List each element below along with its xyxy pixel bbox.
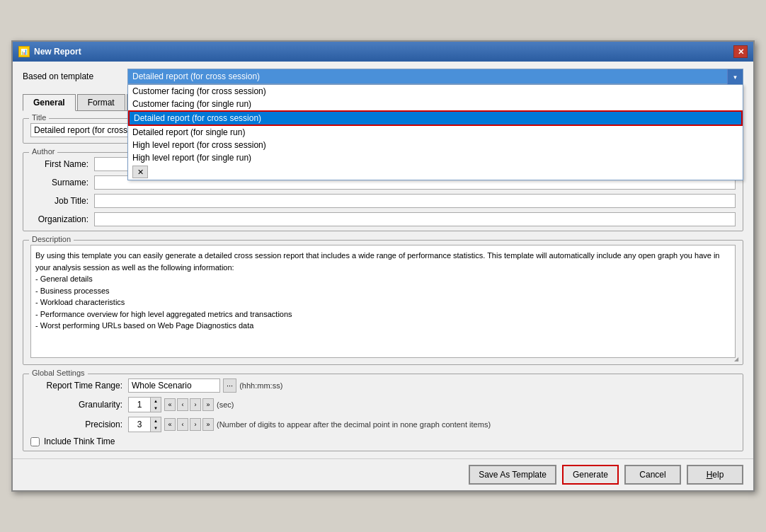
- template-row: Based on template Detailed report (for c…: [23, 69, 743, 84]
- precision-spinner: ▲ ▼: [128, 417, 161, 432]
- global-settings-label: Global Settings: [29, 369, 88, 377]
- dropdown-clear-btn[interactable]: ✕: [132, 166, 148, 178]
- report-time-range-label: Report Time Range:: [30, 381, 122, 391]
- precision-up[interactable]: ▲: [151, 417, 161, 424]
- close-button[interactable]: ✕: [733, 45, 748, 58]
- global-settings-section: Global Settings Report Time Range: ··· (…: [23, 374, 743, 451]
- title-section-label: Title: [29, 113, 49, 122]
- generate-button[interactable]: Generate: [562, 465, 619, 485]
- report-time-range-input[interactable]: [128, 378, 220, 393]
- include-think-time-row: Include Think Time: [30, 436, 736, 446]
- organization-row: Organization:: [30, 212, 736, 226]
- resize-handle: ◢: [734, 356, 741, 363]
- granularity-row: Granularity: ▲ ▼ « ‹ ›: [30, 397, 736, 412]
- dropdown-item-5[interactable]: High level report (for single run): [128, 151, 743, 164]
- granularity-next[interactable]: ›: [190, 398, 201, 411]
- new-report-dialog: 📊 New Report ✕ Based on template Detaile…: [11, 40, 755, 492]
- global-settings-content: Report Time Range: ··· (hhh:mm:ss) Granu…: [30, 378, 736, 446]
- job-title-input[interactable]: [94, 194, 736, 208]
- dropdown-item-1[interactable]: Customer facing (for single run): [128, 98, 743, 110]
- report-time-range-browse[interactable]: ···: [223, 378, 236, 393]
- precision-input[interactable]: [129, 417, 150, 432]
- template-dropdown-arrow[interactable]: ▼: [727, 69, 743, 85]
- granularity-prev[interactable]: ‹: [177, 398, 188, 411]
- template-select-container: Detailed report (for cross session) ▼ Cu…: [127, 69, 743, 84]
- precision-note: (Number of digits to appear after the de…: [217, 420, 491, 429]
- description-textarea[interactable]: By using this template you can easily ge…: [30, 245, 736, 358]
- granularity-note: (sec): [217, 400, 234, 409]
- title-bar: 📊 New Report ✕: [13, 42, 753, 62]
- granularity-down[interactable]: ▼: [151, 405, 161, 412]
- dialog-body: Based on template Detailed report (for c…: [13, 62, 753, 458]
- dropdown-item-4[interactable]: High level report (for cross session): [128, 139, 743, 151]
- granularity-next-next[interactable]: »: [202, 398, 214, 411]
- dropdown-item-2[interactable]: Detailed report (for cross session): [128, 110, 743, 126]
- template-selected-value: Detailed report (for cross session): [132, 71, 738, 81]
- precision-down[interactable]: ▼: [151, 424, 161, 432]
- granularity-spinner: ▲ ▼: [128, 397, 161, 412]
- precision-row: Precision: ▲ ▼ « ‹ ›: [30, 417, 736, 432]
- save-as-template-button[interactable]: Save As Template: [469, 465, 556, 485]
- template-label: Based on template: [23, 71, 122, 81]
- precision-nav-btns: « ‹ › »: [164, 418, 214, 431]
- job-title-label: Job Title:: [30, 196, 94, 206]
- granularity-up[interactable]: ▲: [151, 398, 161, 405]
- precision-next-next[interactable]: »: [202, 418, 214, 431]
- granularity-nav-btns: « ‹ › »: [164, 398, 214, 411]
- description-section: Description By using this template you c…: [23, 240, 743, 365]
- organization-input[interactable]: [94, 212, 736, 226]
- title-bar-left: 📊 New Report: [18, 46, 81, 57]
- organization-label: Organization:: [30, 214, 94, 224]
- granularity-prev-prev[interactable]: «: [164, 398, 176, 411]
- first-name-label: First Name:: [30, 159, 94, 169]
- tab-format[interactable]: Format: [77, 94, 125, 110]
- include-think-time-checkbox[interactable]: [30, 437, 40, 446]
- template-dropdown-menu: Customer facing (for cross session) Cust…: [127, 84, 743, 180]
- surname-label: Surname:: [30, 178, 94, 187]
- dropdown-item-3[interactable]: Detailed report (for single run): [128, 126, 743, 139]
- precision-label: Precision:: [30, 420, 122, 429]
- dialog-title: New Report: [34, 47, 81, 57]
- precision-prev-prev[interactable]: «: [164, 418, 176, 431]
- cancel-button[interactable]: Cancel: [624, 465, 681, 485]
- granularity-input[interactable]: [129, 398, 150, 412]
- dialog-icon: 📊: [18, 46, 30, 57]
- include-think-time-label: Include Think Time: [44, 436, 115, 446]
- granularity-label: Granularity:: [30, 400, 122, 410]
- description-label: Description: [29, 235, 74, 243]
- precision-prev[interactable]: ‹: [177, 418, 188, 431]
- job-title-row: Job Title:: [30, 194, 736, 208]
- author-section-label: Author: [29, 147, 57, 156]
- report-time-range-row: Report Time Range: ··· (hhh:mm:ss): [30, 378, 736, 393]
- precision-next[interactable]: ›: [190, 418, 201, 431]
- report-time-range-note: (hhh:mm:ss): [239, 381, 282, 390]
- help-button[interactable]: Help: [687, 465, 743, 485]
- dialog-footer: Save As Template Generate Cancel Help: [13, 458, 753, 490]
- tab-general[interactable]: General: [23, 94, 76, 111]
- dropdown-item-0[interactable]: Customer facing (for cross session): [128, 85, 743, 98]
